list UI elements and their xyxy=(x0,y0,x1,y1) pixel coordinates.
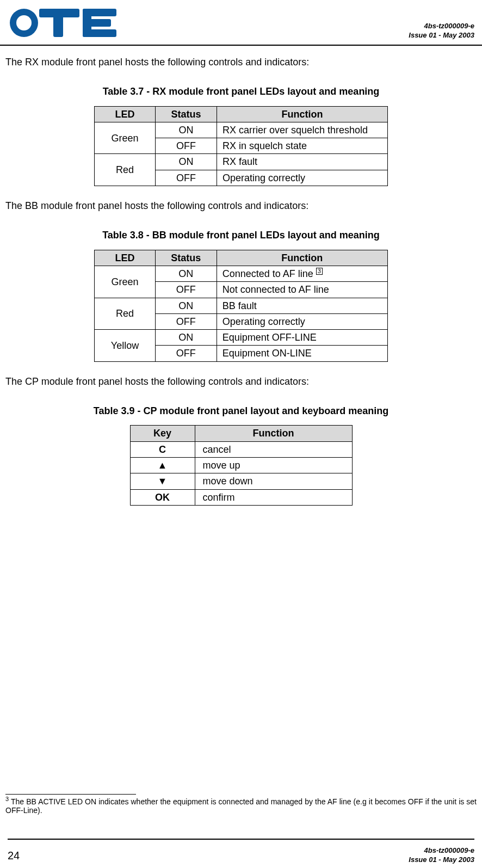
paragraph-rx-intro: The RX module front panel hosts the foll… xyxy=(5,56,477,69)
table-3-8-caption: Table 3.8 - BB module front panel LEDs l… xyxy=(5,229,477,242)
table-3-9: Key Function C cancel ▲ move up ▼ move d… xyxy=(130,425,353,505)
cell-func: Connected to AF line 3 xyxy=(217,266,387,281)
table-row: ▼ move down xyxy=(130,473,352,489)
svg-rect-7 xyxy=(83,9,91,37)
th-status: Status xyxy=(156,106,217,122)
table-row: Green ON Connected to AF line 3 xyxy=(95,266,388,281)
footnote-3: 3 The BB ACTIVE LED ON indicates whether… xyxy=(5,796,477,815)
cell-status: OFF xyxy=(156,346,217,361)
logo xyxy=(8,7,127,40)
table-3-8: LED Status Function Green ON Connected t… xyxy=(94,250,388,362)
cell-status: ON xyxy=(156,154,217,170)
cell-led: Green xyxy=(95,122,156,154)
cell-func: Not connected to AF line xyxy=(217,282,387,298)
cell-func-text: Connected to AF line xyxy=(223,268,316,279)
table-3-7: LED Status Function Green ON RX carrier … xyxy=(94,106,388,186)
cell-status: OFF xyxy=(156,282,217,298)
cell-status: ON xyxy=(156,298,217,313)
cell-func: Operating correctly xyxy=(217,313,387,329)
table-3-9-caption: Table 3.9 - CP module front panel layout… xyxy=(5,404,477,417)
footnote-block: 3 The BB ACTIVE LED ON indicates whether… xyxy=(5,794,477,815)
cell-status: ON xyxy=(156,266,217,281)
cell-status: OFF xyxy=(156,170,217,186)
cell-func: RX in squelch state xyxy=(217,138,387,154)
cell-key: ▲ xyxy=(130,457,195,473)
ote-logo-svg xyxy=(8,7,127,40)
page-number: 24 xyxy=(8,849,20,862)
footer-rule xyxy=(8,839,474,840)
cell-key: ▼ xyxy=(130,473,195,489)
cell-func: Equipment OFF-LINE xyxy=(217,330,387,346)
cell-status: ON xyxy=(156,330,217,346)
cell-func: move down xyxy=(195,473,352,489)
cell-key: C xyxy=(130,441,195,457)
th-function: Function xyxy=(195,426,352,441)
th-led: LED xyxy=(95,250,156,266)
cell-led: Yellow xyxy=(95,330,156,362)
footnote-rule xyxy=(5,794,136,795)
doc-issue: Issue 01 - May 2003 xyxy=(409,855,474,865)
table-3-7-caption: Table 3.7 - RX module front panel LEDs l… xyxy=(5,85,477,98)
cell-key: OK xyxy=(130,489,195,505)
table-row: Red ON BB fault xyxy=(95,298,388,313)
th-led: LED xyxy=(95,106,156,122)
cell-func: confirm xyxy=(195,489,352,505)
cell-func: cancel xyxy=(195,441,352,457)
cell-func: RX fault xyxy=(217,154,387,170)
doc-id: 4bs-tz000009-e xyxy=(409,846,474,855)
cell-led: Red xyxy=(95,154,156,186)
table-row: OK confirm xyxy=(130,489,352,505)
cell-func: BB fault xyxy=(217,298,387,313)
footer-doc-id: 4bs-tz000009-e Issue 01 - May 2003 xyxy=(409,846,474,865)
page-footer: 24 4bs-tz000009-e Issue 01 - May 2003 xyxy=(0,834,482,868)
footnote-ref-3[interactable]: 3 xyxy=(316,268,323,275)
paragraph-cp-intro: The CP module front panel hosts the foll… xyxy=(5,375,477,388)
svg-point-1 xyxy=(16,15,32,30)
cell-led: Green xyxy=(95,266,156,298)
cell-func: RX carrier over squelch threshold xyxy=(217,122,387,138)
th-function: Function xyxy=(217,106,387,122)
table-row: C cancel xyxy=(130,441,352,457)
cell-status: OFF xyxy=(156,313,217,329)
paragraph-bb-intro: The BB module front panel hosts the foll… xyxy=(5,199,477,212)
cell-func: Operating correctly xyxy=(217,170,387,186)
page-header: 4bs-tz000009-e Issue 01 - May 2003 xyxy=(0,0,482,40)
table-row: Red ON RX fault xyxy=(95,154,388,170)
cell-status: OFF xyxy=(156,138,217,154)
footnote-text: The BB ACTIVE LED ON indicates whether t… xyxy=(5,797,477,815)
table-row: ▲ move up xyxy=(130,457,352,473)
th-status: Status xyxy=(156,250,217,266)
header-doc-id: 4bs-tz000009-e Issue 01 - May 2003 xyxy=(409,22,474,40)
cell-func: Equipment ON-LINE xyxy=(217,346,387,361)
table-row: Yellow ON Equipment OFF-LINE xyxy=(95,330,388,346)
table-row: Green ON RX carrier over squelch thresho… xyxy=(95,122,388,138)
doc-issue: Issue 01 - May 2003 xyxy=(409,31,474,40)
th-function: Function xyxy=(217,250,387,266)
cell-led: Red xyxy=(95,298,156,330)
svg-rect-3 xyxy=(53,9,63,37)
th-key: Key xyxy=(130,426,195,441)
doc-id: 4bs-tz000009-e xyxy=(409,22,474,31)
cell-status: ON xyxy=(156,122,217,138)
cell-func: move up xyxy=(195,457,352,473)
